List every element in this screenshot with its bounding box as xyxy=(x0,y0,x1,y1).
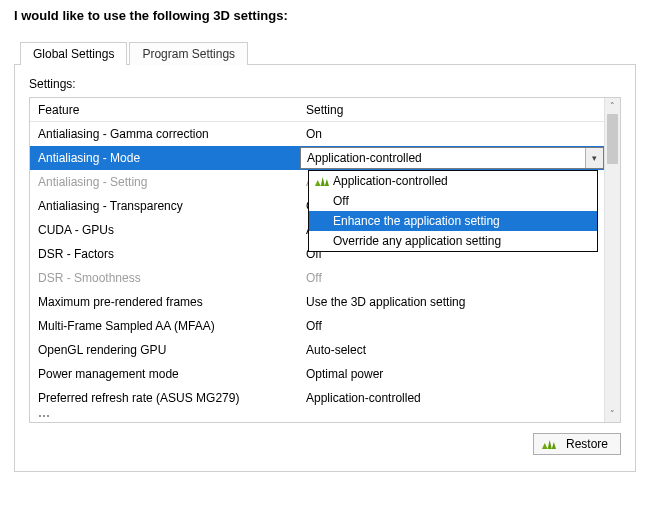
nvidia-logo-icon xyxy=(315,176,329,186)
feature-value[interactable]: On xyxy=(300,127,604,141)
dropdown-option[interactable]: Enhance the application setting xyxy=(309,211,597,231)
feature-value[interactable]: Optimal power xyxy=(300,367,604,381)
settings-pane: Settings: Feature Setting Antialiasing -… xyxy=(14,64,636,472)
tab-global-settings[interactable]: Global Settings xyxy=(20,42,127,65)
dropdown-option-label: Override any application setting xyxy=(333,234,501,248)
column-setting: Setting xyxy=(300,103,604,117)
table-row[interactable]: DSR - Smoothness Off xyxy=(30,266,604,290)
settings-scrollbar[interactable]: ˄ ˅ xyxy=(604,98,620,422)
table-row[interactable]: OpenGL rendering GPU Auto-select xyxy=(30,338,604,362)
feature-value[interactable]: Application-controlled xyxy=(300,391,604,405)
dropdown-option[interactable]: Off xyxy=(309,191,597,211)
settings-label: Settings: xyxy=(29,77,621,91)
feature-value[interactable]: Off xyxy=(300,319,604,333)
feature-label: OpenGL rendering GPU xyxy=(30,343,300,357)
tabs: Global Settings Program Settings xyxy=(14,41,636,64)
setting-combo[interactable]: Application-controlled ▾ xyxy=(300,147,604,169)
feature-value[interactable]: Off xyxy=(300,271,604,285)
dropdown-option-label: Application-controlled xyxy=(333,174,448,188)
feature-label: Antialiasing - Setting xyxy=(30,175,300,189)
footer: Restore xyxy=(29,423,621,455)
dropdown-option-label: Enhance the application setting xyxy=(333,214,500,228)
setting-dropdown[interactable]: Application-controlled Off Enhance the a… xyxy=(308,170,598,252)
tab-program-settings[interactable]: Program Settings xyxy=(129,42,248,65)
feature-label: CUDA - GPUs xyxy=(30,223,300,237)
table-row[interactable]: Maximum pre-rendered frames Use the 3D a… xyxy=(30,290,604,314)
chevron-down-icon: ▾ xyxy=(592,153,597,163)
table-row[interactable]: Preferred refresh rate (ASUS MG279) Appl… xyxy=(30,386,604,410)
feature-label: DSR - Smoothness xyxy=(30,271,300,285)
feature-label: DSR - Factors xyxy=(30,247,300,261)
table-row[interactable]: ⋯ xyxy=(30,410,604,422)
column-feature: Feature xyxy=(30,103,300,117)
feature-label: ⋯ xyxy=(30,410,300,422)
settings-list: Feature Setting Antialiasing - Gamma cor… xyxy=(29,97,621,423)
feature-label: Power management mode xyxy=(30,367,300,381)
restore-label: Restore xyxy=(566,437,608,451)
feature-label: Antialiasing - Gamma correction xyxy=(30,127,300,141)
table-row-selected[interactable]: Antialiasing - Mode Application-controll… xyxy=(30,146,604,170)
restore-button[interactable]: Restore xyxy=(533,433,621,455)
feature-value[interactable]: Use the 3D application setting xyxy=(300,295,604,309)
scroll-down-icon[interactable]: ˅ xyxy=(605,406,620,422)
feature-label: Antialiasing - Transparency xyxy=(30,199,300,213)
feature-value[interactable]: Auto-select xyxy=(300,343,604,357)
combo-dropdown-button[interactable]: ▾ xyxy=(585,148,603,168)
feature-label: Maximum pre-rendered frames xyxy=(30,295,300,309)
dropdown-option-label: Off xyxy=(333,194,349,208)
feature-label: Multi-Frame Sampled AA (MFAA) xyxy=(30,319,300,333)
table-row[interactable]: Power management mode Optimal power xyxy=(30,362,604,386)
feature-label: Antialiasing - Mode xyxy=(30,151,300,165)
table-row[interactable]: Antialiasing - Gamma correction On xyxy=(30,122,604,146)
feature-label: Preferred refresh rate (ASUS MG279) xyxy=(30,391,300,405)
scroll-up-icon[interactable]: ˄ xyxy=(605,98,620,114)
combo-value: Application-controlled xyxy=(307,151,422,165)
column-headers: Feature Setting xyxy=(30,98,604,122)
page-title: I would like to use the following 3D set… xyxy=(14,8,636,23)
dropdown-option[interactable]: Application-controlled xyxy=(309,171,597,191)
table-row[interactable]: Multi-Frame Sampled AA (MFAA) Off xyxy=(30,314,604,338)
dropdown-option[interactable]: Override any application setting xyxy=(309,231,597,251)
nvidia-logo-icon xyxy=(542,439,556,449)
scroll-thumb[interactable] xyxy=(607,114,618,164)
